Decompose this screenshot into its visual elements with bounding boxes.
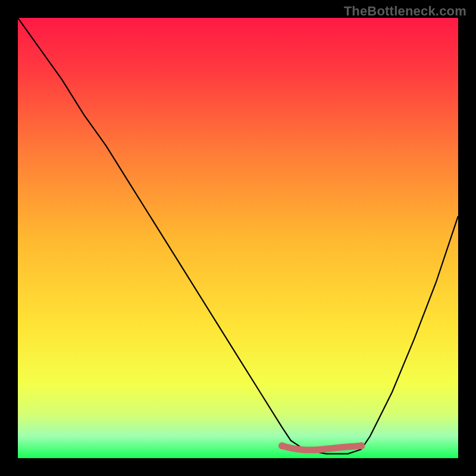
chart-frame: TheBottleneck.com — [0, 0, 476, 476]
bottleneck-curve — [18, 18, 458, 454]
optimum-dot-left — [278, 442, 286, 449]
optimum-marker — [282, 446, 361, 450]
plot-area — [18, 18, 458, 458]
optimum-dot-right — [358, 442, 365, 449]
curve-layer — [18, 18, 458, 458]
watermark-text: TheBottleneck.com — [344, 4, 466, 19]
